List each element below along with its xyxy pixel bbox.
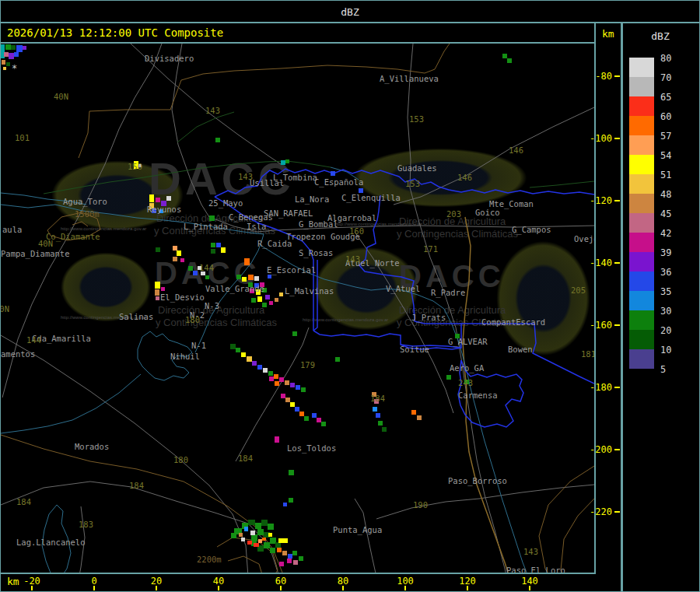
road-label: 143 xyxy=(345,254,360,264)
echo-pixel xyxy=(257,296,262,302)
echo-pixel xyxy=(11,45,16,50)
echo-pixel xyxy=(23,46,26,50)
road-label: 203 xyxy=(446,209,461,219)
place-label: Morados xyxy=(75,442,109,451)
legend-color-box xyxy=(629,96,654,116)
echo-pixel xyxy=(269,377,274,381)
place-label: Divisadero xyxy=(145,54,194,63)
legend-value-label: 10 xyxy=(660,345,671,356)
right-axis-tick-label: -80 xyxy=(584,71,612,82)
road-label: 171 xyxy=(423,244,438,254)
echo-pixel xyxy=(304,416,309,421)
legend-separator xyxy=(621,23,623,591)
echo-pixel xyxy=(221,247,226,253)
right-axis-tick-label: -140 xyxy=(584,257,612,268)
bottom-axis-tick xyxy=(31,586,33,590)
bottom-axis-tick-label: 40 xyxy=(203,576,234,587)
road-label: 146 xyxy=(509,145,523,155)
legend-color-box xyxy=(629,213,654,233)
legend-color-box xyxy=(629,252,654,271)
echo-pixel xyxy=(275,381,279,386)
place-label: Isla xyxy=(247,222,266,231)
place-label: El_Desvio xyxy=(160,292,205,302)
right-axis-tick-label: -100 xyxy=(584,133,612,144)
legend-value-label: 39 xyxy=(660,247,671,258)
echo-pixel xyxy=(248,275,254,280)
echo-pixel xyxy=(284,538,288,543)
right-axis-tick-label: -120 xyxy=(584,195,612,206)
echo-pixel xyxy=(263,368,268,373)
legend-value-label: 60 xyxy=(660,111,671,122)
echo-pixel xyxy=(5,44,11,50)
road-label: 179 xyxy=(300,360,315,370)
place-label: L_Tombina xyxy=(273,173,317,182)
place-label: Carmensa xyxy=(458,391,498,400)
echo-pixel xyxy=(244,527,248,531)
place-label: Paso_El_Loro xyxy=(506,566,565,573)
echo-pixel xyxy=(14,52,19,57)
echo-pixel xyxy=(230,344,236,349)
echo-pixel xyxy=(411,410,416,415)
place-label: Valle_Grande xyxy=(205,284,264,293)
map-line-green xyxy=(287,161,331,167)
place-label: Goico xyxy=(475,208,500,217)
echo-pixel xyxy=(239,533,243,537)
bottom-axis-tick-label: 60 xyxy=(265,576,296,587)
echo-pixel xyxy=(268,275,271,278)
right-axis-tick-label: -160 xyxy=(584,320,612,331)
echo-pixel xyxy=(242,277,247,282)
bottom-axis-tick-label: 0 xyxy=(79,576,110,587)
echo-pixel xyxy=(279,377,284,382)
map-line-gray xyxy=(236,328,309,461)
place-label: Guadales xyxy=(397,163,437,173)
echo-pixel xyxy=(241,352,246,357)
echo-pixel xyxy=(382,427,387,432)
road-label: 180 xyxy=(185,315,200,324)
place-label: R_Caida xyxy=(257,239,292,248)
place-label: SAN_RAFAEL xyxy=(264,208,313,218)
map-line-tan xyxy=(79,44,450,158)
bottom-axis-tick xyxy=(218,586,219,590)
road-label: 143 xyxy=(205,106,220,115)
echo-pixel xyxy=(209,215,215,221)
legend-color-box xyxy=(629,77,654,96)
legend-color-box xyxy=(629,330,654,349)
legend-color-box xyxy=(629,135,654,155)
road-label: 180 xyxy=(173,455,188,464)
bottom-axis-tick xyxy=(404,586,406,590)
legend-value-label: 36 xyxy=(660,267,671,278)
road-label: 184 xyxy=(370,394,385,403)
map-line-tan xyxy=(539,466,594,573)
place-label: amentos xyxy=(1,349,35,359)
road-label: Co_Diamante xyxy=(46,232,100,241)
echo-pixel xyxy=(270,548,275,553)
bottom-axis-tick xyxy=(156,586,157,590)
echo-pixel xyxy=(292,551,297,555)
right-axis-tick xyxy=(614,262,620,264)
place-label: J_Prats xyxy=(411,313,446,322)
echo-pixel xyxy=(299,556,303,561)
right-axis-tick xyxy=(614,75,620,77)
place-label: Lag.Llancanelo xyxy=(16,538,86,547)
place-label: Salinas xyxy=(119,312,153,321)
road-label: 243 xyxy=(458,378,473,387)
echo-pixel xyxy=(289,470,294,475)
road-label: 184 xyxy=(16,497,31,506)
echo-pixel xyxy=(6,62,10,66)
echo-pixel xyxy=(177,250,181,256)
place-label: Nihuil xyxy=(170,352,200,361)
echo-pixel xyxy=(335,357,340,362)
echo-pixel xyxy=(255,523,261,529)
road-label: 146 xyxy=(457,173,472,182)
echo-pixel xyxy=(331,171,335,176)
echo-pixel xyxy=(301,387,306,392)
place-label: G_ALVEAR xyxy=(448,337,488,346)
echo-pixel xyxy=(279,562,284,566)
road-label: 184 xyxy=(129,481,144,490)
legend-color-box xyxy=(629,310,654,330)
echo-pixel xyxy=(241,538,245,541)
echo-pixel xyxy=(248,520,255,525)
echo-pixel xyxy=(257,365,262,370)
place-label: S_Rosas xyxy=(299,248,333,257)
map-line-gray xyxy=(355,499,379,573)
